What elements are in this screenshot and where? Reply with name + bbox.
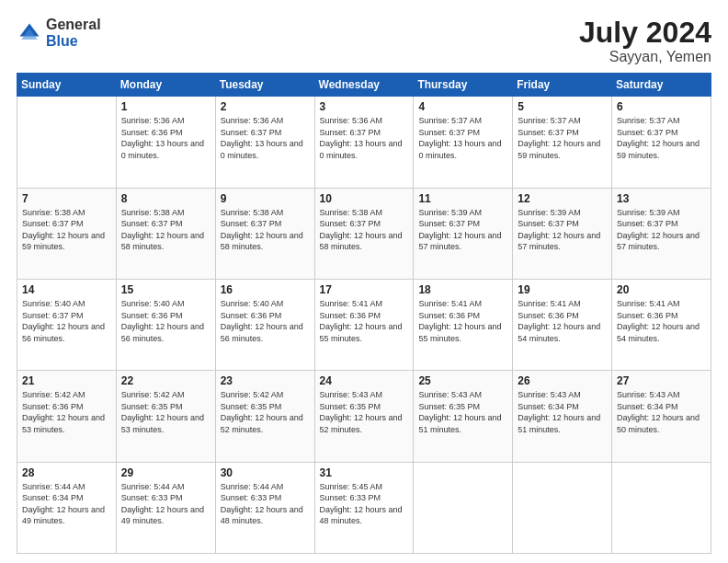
day-number: 21 xyxy=(22,374,111,387)
calendar-table: Sunday Monday Tuesday Wednesday Thursday… xyxy=(17,73,711,554)
table-row xyxy=(414,462,513,553)
table-row: 17Sunrise: 5:41 AMSunset: 6:36 PMDayligh… xyxy=(314,279,414,370)
table-row: 22Sunrise: 5:42 AMSunset: 6:35 PMDayligh… xyxy=(116,371,215,462)
cell-info: Sunrise: 5:38 AMSunset: 6:37 PMDaylight:… xyxy=(320,207,409,253)
day-number: 17 xyxy=(320,283,409,296)
cell-info: Sunrise: 5:43 AMSunset: 6:35 PMDaylight:… xyxy=(418,389,507,435)
cell-info: Sunrise: 5:40 AMSunset: 6:36 PMDaylight:… xyxy=(121,298,210,344)
day-number: 8 xyxy=(121,192,210,205)
table-row: 4Sunrise: 5:37 AMSunset: 6:37 PMDaylight… xyxy=(414,97,513,188)
table-row: 25Sunrise: 5:43 AMSunset: 6:35 PMDayligh… xyxy=(414,371,513,462)
page: General Blue July 2024 Sayyan, Yemen Sun… xyxy=(0,0,728,563)
day-number: 12 xyxy=(518,192,607,205)
logo-text: General Blue xyxy=(46,17,101,49)
table-row: 9Sunrise: 5:38 AMSunset: 6:37 PMDaylight… xyxy=(215,188,314,279)
cell-info: Sunrise: 5:38 AMSunset: 6:37 PMDaylight:… xyxy=(221,207,310,253)
day-number: 3 xyxy=(320,100,409,113)
calendar-week-4: 21Sunrise: 5:42 AMSunset: 6:36 PMDayligh… xyxy=(17,371,711,462)
cell-info: Sunrise: 5:41 AMSunset: 6:36 PMDaylight:… xyxy=(518,298,607,344)
table-row: 15Sunrise: 5:40 AMSunset: 6:36 PMDayligh… xyxy=(116,279,215,370)
day-number: 22 xyxy=(121,374,210,387)
table-row: 24Sunrise: 5:43 AMSunset: 6:35 PMDayligh… xyxy=(314,371,414,462)
logo-blue: Blue xyxy=(46,33,78,49)
table-row: 29Sunrise: 5:44 AMSunset: 6:33 PMDayligh… xyxy=(116,462,215,553)
table-row: 23Sunrise: 5:42 AMSunset: 6:35 PMDayligh… xyxy=(215,371,314,462)
day-number: 29 xyxy=(121,466,210,479)
day-number: 23 xyxy=(221,374,310,387)
day-number: 10 xyxy=(320,192,409,205)
table-row: 27Sunrise: 5:43 AMSunset: 6:34 PMDayligh… xyxy=(612,371,711,462)
cell-info: Sunrise: 5:42 AMSunset: 6:36 PMDaylight:… xyxy=(22,389,111,435)
table-row: 20Sunrise: 5:41 AMSunset: 6:36 PMDayligh… xyxy=(612,279,711,370)
cell-info: Sunrise: 5:43 AMSunset: 6:34 PMDaylight:… xyxy=(617,389,706,435)
table-row: 5Sunrise: 5:37 AMSunset: 6:37 PMDaylight… xyxy=(513,97,612,188)
cell-info: Sunrise: 5:40 AMSunset: 6:36 PMDaylight:… xyxy=(221,298,310,344)
table-row: 2Sunrise: 5:36 AMSunset: 6:37 PMDaylight… xyxy=(215,97,314,188)
day-number: 27 xyxy=(617,374,706,387)
table-row: 19Sunrise: 5:41 AMSunset: 6:36 PMDayligh… xyxy=(513,279,612,370)
cell-info: Sunrise: 5:36 AMSunset: 6:36 PMDaylight:… xyxy=(121,115,210,161)
table-row: 3Sunrise: 5:36 AMSunset: 6:37 PMDaylight… xyxy=(314,97,414,188)
day-number: 20 xyxy=(617,283,706,296)
cell-info: Sunrise: 5:37 AMSunset: 6:37 PMDaylight:… xyxy=(518,115,607,161)
day-number: 16 xyxy=(221,283,310,296)
table-row: 13Sunrise: 5:39 AMSunset: 6:37 PMDayligh… xyxy=(612,188,711,279)
table-row: 21Sunrise: 5:42 AMSunset: 6:36 PMDayligh… xyxy=(17,371,117,462)
cell-info: Sunrise: 5:37 AMSunset: 6:37 PMDaylight:… xyxy=(418,115,507,161)
table-row xyxy=(612,462,711,553)
cell-info: Sunrise: 5:42 AMSunset: 6:35 PMDaylight:… xyxy=(121,389,210,435)
day-number: 5 xyxy=(518,100,607,113)
logo-icon xyxy=(17,20,42,46)
cell-info: Sunrise: 5:44 AMSunset: 6:34 PMDaylight:… xyxy=(22,481,111,527)
table-row: 8Sunrise: 5:38 AMSunset: 6:37 PMDaylight… xyxy=(116,188,215,279)
day-number: 18 xyxy=(418,283,507,296)
table-row: 30Sunrise: 5:44 AMSunset: 6:33 PMDayligh… xyxy=(215,462,314,553)
cell-info: Sunrise: 5:36 AMSunset: 6:37 PMDaylight:… xyxy=(320,115,409,161)
table-row: 18Sunrise: 5:41 AMSunset: 6:36 PMDayligh… xyxy=(414,279,513,370)
day-number: 31 xyxy=(320,466,409,479)
col-thursday: Thursday xyxy=(414,74,513,97)
logo: General Blue xyxy=(17,17,101,49)
col-tuesday: Tuesday xyxy=(215,74,314,97)
col-monday: Monday xyxy=(116,74,215,97)
cell-info: Sunrise: 5:38 AMSunset: 6:37 PMDaylight:… xyxy=(121,207,210,253)
table-row xyxy=(17,97,117,188)
cell-info: Sunrise: 5:44 AMSunset: 6:33 PMDaylight:… xyxy=(121,481,210,527)
day-number: 4 xyxy=(418,100,507,113)
cell-info: Sunrise: 5:40 AMSunset: 6:37 PMDaylight:… xyxy=(22,298,111,344)
calendar-week-1: 1Sunrise: 5:36 AMSunset: 6:36 PMDaylight… xyxy=(17,97,711,188)
calendar-week-5: 28Sunrise: 5:44 AMSunset: 6:34 PMDayligh… xyxy=(17,462,711,553)
table-row: 31Sunrise: 5:45 AMSunset: 6:33 PMDayligh… xyxy=(314,462,414,553)
cell-info: Sunrise: 5:39 AMSunset: 6:37 PMDaylight:… xyxy=(617,207,706,253)
table-row: 28Sunrise: 5:44 AMSunset: 6:34 PMDayligh… xyxy=(17,462,117,553)
month-year: July 2024 xyxy=(579,17,711,49)
day-number: 2 xyxy=(221,100,310,113)
table-row: 1Sunrise: 5:36 AMSunset: 6:36 PMDaylight… xyxy=(116,97,215,188)
col-friday: Friday xyxy=(513,74,612,97)
day-number: 25 xyxy=(418,374,507,387)
cell-info: Sunrise: 5:41 AMSunset: 6:36 PMDaylight:… xyxy=(418,298,507,344)
day-number: 30 xyxy=(221,466,310,479)
cell-info: Sunrise: 5:41 AMSunset: 6:36 PMDaylight:… xyxy=(617,298,706,344)
day-number: 9 xyxy=(221,192,310,205)
cell-info: Sunrise: 5:38 AMSunset: 6:37 PMDaylight:… xyxy=(22,207,111,253)
day-number: 19 xyxy=(518,283,607,296)
cell-info: Sunrise: 5:37 AMSunset: 6:37 PMDaylight:… xyxy=(617,115,706,161)
col-sunday: Sunday xyxy=(17,74,117,97)
day-number: 15 xyxy=(121,283,210,296)
col-wednesday: Wednesday xyxy=(314,74,414,97)
col-saturday: Saturday xyxy=(612,74,711,97)
table-row: 11Sunrise: 5:39 AMSunset: 6:37 PMDayligh… xyxy=(414,188,513,279)
cell-info: Sunrise: 5:45 AMSunset: 6:33 PMDaylight:… xyxy=(320,481,409,527)
cell-info: Sunrise: 5:42 AMSunset: 6:35 PMDaylight:… xyxy=(221,389,310,435)
table-row: 10Sunrise: 5:38 AMSunset: 6:37 PMDayligh… xyxy=(314,188,414,279)
cell-info: Sunrise: 5:43 AMSunset: 6:34 PMDaylight:… xyxy=(518,389,607,435)
table-row xyxy=(513,462,612,553)
day-number: 11 xyxy=(418,192,507,205)
table-row: 6Sunrise: 5:37 AMSunset: 6:37 PMDaylight… xyxy=(612,97,711,188)
day-number: 13 xyxy=(617,192,706,205)
cell-info: Sunrise: 5:39 AMSunset: 6:37 PMDaylight:… xyxy=(518,207,607,253)
table-row: 14Sunrise: 5:40 AMSunset: 6:37 PMDayligh… xyxy=(17,279,117,370)
table-row: 12Sunrise: 5:39 AMSunset: 6:37 PMDayligh… xyxy=(513,188,612,279)
calendar-week-3: 14Sunrise: 5:40 AMSunset: 6:37 PMDayligh… xyxy=(17,279,711,370)
